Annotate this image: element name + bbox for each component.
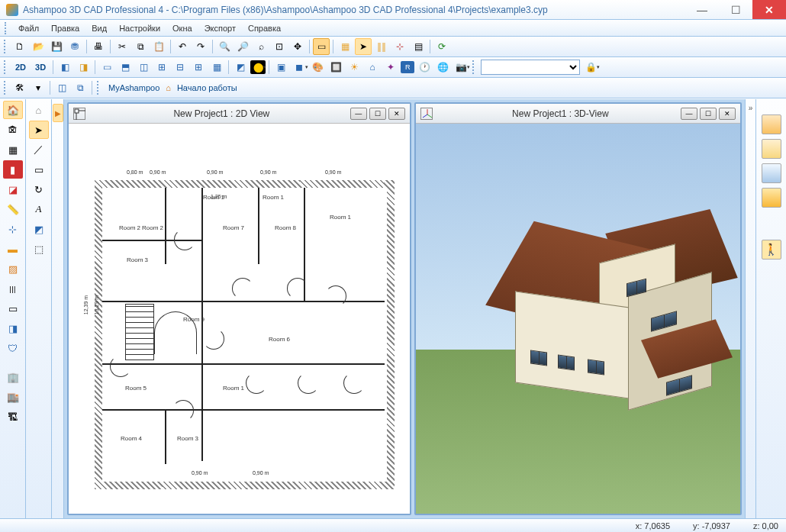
cursor-icon[interactable]: ➤ [355, 38, 372, 55]
rubik-icon[interactable]: 🔲 [327, 59, 344, 76]
menu-edit[interactable]: Правка [45, 22, 85, 34]
close-button[interactable]: ✕ [752, 0, 786, 19]
cube-yellow-icon[interactable]: ◨ [75, 59, 92, 76]
maximize-button[interactable]: ☐ [719, 0, 752, 19]
building-tool-icon[interactable]: 🏠 [3, 101, 23, 119]
new-icon[interactable]: 🗋 [11, 38, 28, 55]
zoom-in-icon[interactable]: 🔍 [216, 38, 233, 55]
wall-edit-icon[interactable]: 🏚 [3, 121, 23, 139]
select-mode-icon[interactable]: ▭ [313, 38, 330, 55]
layers-icon[interactable]: ▤ [410, 38, 427, 55]
view-close-icon[interactable]: ✕ [719, 108, 736, 120]
expand-secondary-icon[interactable]: ▶ [53, 104, 63, 122]
redo-icon[interactable]: ↷ [192, 38, 209, 55]
elev-1-icon[interactable]: 🏢 [3, 368, 23, 386]
toolbar-handle[interactable] [472, 60, 477, 74]
rail-icon[interactable]: ⫼ [3, 279, 23, 298]
save-icon[interactable]: 💾 [48, 38, 65, 55]
measure-icon[interactable]: 📏 [3, 200, 23, 218]
menubar-handle[interactable] [5, 22, 9, 34]
layout-1-icon[interactable]: ▭ [98, 59, 115, 76]
getting-started-link[interactable]: Начало работы [172, 83, 242, 92]
zoom-out-icon[interactable]: 🔎 [234, 38, 251, 55]
tools-icon[interactable]: 🛠 [11, 79, 28, 96]
palette-icon[interactable]: 🎨 [309, 59, 326, 76]
mode-2d-button[interactable]: 2D [11, 63, 31, 72]
layout-2v-icon[interactable]: ◫ [135, 59, 152, 76]
red-tool-icon[interactable]: ▮ [3, 160, 23, 179]
dropdown-arrow-icon[interactable]: ▾ [467, 64, 470, 70]
minimize-button[interactable]: — [685, 0, 719, 19]
dropdown-arrow-icon[interactable]: ▾ [263, 64, 266, 70]
open-icon[interactable]: 📂 [30, 38, 47, 55]
cube3d-icon[interactable]: ◨ [3, 319, 23, 337]
view-2d-titlebar[interactable]: New Project1 : 2D View — ☐ ✕ [69, 104, 410, 124]
mode-3d-button[interactable]: 3D [31, 63, 50, 72]
zoom-region-icon[interactable]: ⌕ [253, 38, 269, 55]
stamp-icon[interactable]: ◫ [53, 79, 70, 96]
chart-icon[interactable]: R [401, 61, 414, 73]
elev-3-icon[interactable]: 🏗 [3, 408, 23, 426]
catalog-4-icon[interactable] [762, 188, 781, 208]
house-icon[interactable]: ⌂ [364, 59, 381, 76]
line-sub-icon[interactable]: ／ [29, 140, 49, 159]
view-maximize-icon[interactable]: ☐ [369, 108, 386, 120]
layout-2h-icon[interactable]: ⬒ [117, 59, 134, 76]
guides-icon[interactable]: ‖‖ [373, 38, 390, 55]
view-2d-body[interactable]: 0,80 m 0,90 m 0,90 m 0,90 m 0,90 m 12,39… [69, 124, 410, 514]
paste-icon[interactable]: 📋 [150, 38, 167, 55]
layer-select[interactable] [481, 60, 580, 75]
layout-4-icon[interactable]: ⊟ [172, 59, 188, 76]
region-sub-icon[interactable]: ⬚ [29, 240, 49, 258]
catalog-3-icon[interactable] [762, 163, 781, 183]
undo-icon[interactable]: ↶ [174, 38, 191, 55]
catalog-1-icon[interactable] [762, 114, 781, 134]
layout-3-icon[interactable]: ⊞ [153, 59, 170, 76]
snap-icon[interactable]: ⊹ [391, 38, 408, 55]
menu-export[interactable]: Экспорт [198, 22, 242, 34]
house-sub-icon[interactable]: ⌂ [29, 101, 49, 119]
rotate-sub-icon[interactable]: ↻ [29, 180, 49, 198]
zoom-extents-icon[interactable]: ⊡ [271, 38, 288, 55]
toolbar-handle[interactable] [4, 81, 8, 95]
toolbar-handle[interactable] [4, 60, 8, 74]
shield-icon[interactable]: 🛡 [3, 339, 23, 357]
arrow-down-icon[interactable]: ▾ [30, 79, 47, 96]
layout-grid-icon[interactable]: ⊞ [190, 59, 207, 76]
view-close-icon[interactable]: ✕ [388, 108, 405, 120]
view-minimize-icon[interactable]: — [681, 108, 697, 120]
cube-sub-icon[interactable]: ◩ [29, 220, 49, 238]
collapse-right-icon[interactable]: » [749, 104, 753, 112]
view-maximize-icon[interactable]: ☐ [700, 108, 717, 120]
box-sub-icon[interactable]: ▭ [29, 160, 49, 179]
duplicate-icon[interactable]: ⧉ [72, 79, 89, 96]
menu-settings[interactable]: Настройки [113, 22, 166, 34]
iso-1-icon[interactable]: ◩ [232, 59, 249, 76]
view-3d-titlebar[interactable]: New Project1 : 3D-View — ☐ ✕ [416, 104, 740, 124]
pointer-sub-icon[interactable]: ➤ [29, 121, 49, 139]
red-tool2-icon[interactable]: ◪ [3, 180, 23, 198]
dropdown-arrow-icon[interactable]: ▾ [305, 64, 308, 70]
refresh-icon[interactable]: ⟳ [433, 38, 450, 55]
toolbar-handle[interactable] [97, 81, 101, 95]
view-minimize-icon[interactable]: — [350, 108, 367, 120]
axes-icon[interactable]: ⊹ [3, 220, 23, 238]
menu-view[interactable]: Вид [85, 22, 113, 34]
effect-icon[interactable]: ✦ [382, 59, 399, 76]
cut-icon[interactable]: ✂ [114, 38, 130, 55]
cube-blue-icon[interactable]: ◧ [56, 59, 73, 76]
layout-5-icon[interactable]: ▦ [208, 59, 225, 76]
toolbar-handle[interactable] [4, 40, 8, 53]
pan-icon[interactable]: ✥ [289, 38, 306, 55]
person-icon[interactable]: 🚶 [762, 240, 781, 260]
menu-file[interactable]: Файл [12, 22, 45, 34]
clock-icon[interactable]: 🕐 [416, 59, 433, 76]
frame-icon[interactable]: ▭ [3, 299, 23, 318]
text-sub-icon[interactable]: A [29, 200, 49, 218]
elev-2-icon[interactable]: 🏬 [3, 388, 23, 406]
catalog-2-icon[interactable] [762, 139, 781, 159]
menu-help[interactable]: Справка [242, 22, 287, 34]
globe-icon[interactable]: 🌐 [434, 59, 451, 76]
grid-icon[interactable]: ▦ [337, 38, 353, 55]
view-3d-body[interactable] [416, 124, 740, 514]
